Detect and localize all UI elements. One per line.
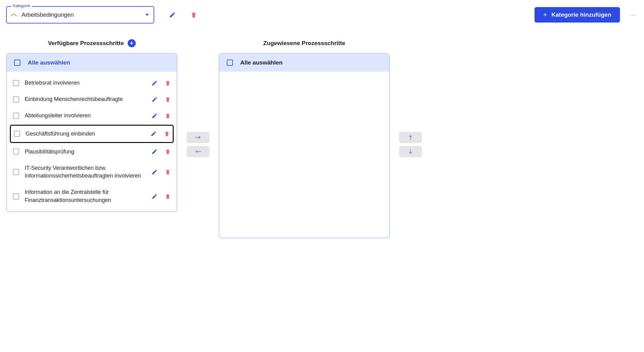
delete-category-button[interactable]	[191, 11, 197, 18]
item-checkbox[interactable]	[13, 113, 19, 119]
category-dropdown[interactable]: Kategorie Arbeitsbedingungen	[6, 6, 154, 23]
available-panel: Alle auswählen Betriebsrat involvieren E…	[6, 53, 177, 212]
plus-icon: +	[543, 11, 547, 18]
available-item[interactable]: Geschäftsführung einbinden	[10, 125, 174, 143]
edit-item-button[interactable]	[151, 113, 158, 119]
delete-item-button[interactable]	[164, 131, 170, 137]
available-item[interactable]: Plausibilitätsprüfung	[7, 144, 177, 160]
add-category-button[interactable]: + Kategorie hinzufügen	[535, 7, 620, 23]
available-item[interactable]: Betriebsrat involvieren	[7, 75, 177, 91]
assigned-title: Zugewiesene Prozessschritte	[263, 40, 345, 47]
item-checkbox[interactable]	[13, 169, 19, 175]
add-category-label: Kategorie hinzufügen	[551, 11, 611, 18]
available-item[interactable]: Information an die Zentralstelle für Fin…	[7, 184, 177, 208]
edit-item-button[interactable]	[151, 169, 158, 175]
category-value: Arbeitsbedingungen	[22, 11, 145, 18]
available-item[interactable]: Einbindung Menschenrechtsbeauftragte	[7, 91, 177, 107]
delete-item-button[interactable]	[165, 113, 171, 119]
edit-item-button[interactable]	[151, 131, 157, 137]
move-right-button[interactable]	[187, 132, 209, 143]
edit-category-button[interactable]	[169, 11, 176, 18]
item-label: Plausibilitätsprüfung	[25, 148, 146, 156]
available-select-all-checkbox[interactable]	[14, 60, 20, 66]
item-checkbox[interactable]	[14, 131, 20, 137]
assigned-select-all-checkbox[interactable]	[227, 60, 233, 66]
available-item[interactable]: IT-Security Verantwortlichen bzw. Inform…	[7, 160, 177, 184]
add-step-button[interactable]: +	[128, 39, 136, 47]
available-select-all-row[interactable]: Alle auswählen	[7, 54, 177, 72]
move-up-button[interactable]	[399, 132, 422, 143]
item-checkbox[interactable]	[13, 96, 19, 103]
delete-item-button[interactable]	[165, 80, 171, 86]
assigned-panel: Alle auswählen	[219, 53, 390, 238]
item-label: Einbindung Menschenrechtsbeauftragte	[25, 95, 146, 103]
more-menu-button[interactable]: ⋮	[627, 10, 638, 19]
dropdown-arrow-icon	[145, 14, 149, 16]
item-label: Betriebsrat involvieren	[25, 79, 146, 87]
category-legend: Kategorie	[11, 3, 32, 8]
item-checkbox[interactable]	[13, 193, 19, 199]
item-label: Geschäftsführung einbinden	[26, 130, 145, 138]
edit-item-button[interactable]	[151, 149, 158, 155]
edit-item-button[interactable]	[151, 193, 158, 199]
item-label: Information an die Zentralstelle für Fin…	[25, 188, 146, 204]
available-title: Verfügbare Prozessschritte	[48, 40, 124, 47]
assigned-select-all-row[interactable]: Alle auswählen	[219, 54, 389, 72]
move-down-button[interactable]	[399, 146, 422, 157]
assigned-select-all-label: Alle auswählen	[240, 59, 283, 66]
delete-item-button[interactable]	[165, 193, 171, 199]
move-left-button[interactable]	[187, 146, 209, 157]
available-select-all-label: Alle auswählen	[28, 59, 70, 66]
delete-item-button[interactable]	[165, 96, 171, 103]
item-label: IT-Security Verantwortlichen bzw. Inform…	[25, 164, 146, 180]
item-checkbox[interactable]	[13, 80, 19, 86]
delete-item-button[interactable]	[165, 169, 171, 175]
item-label: Abteilungsleiter involvieren	[25, 112, 146, 119]
edit-item-button[interactable]	[151, 96, 158, 103]
edit-item-button[interactable]	[151, 80, 158, 86]
item-checkbox[interactable]	[13, 149, 19, 155]
available-item[interactable]: Abteilungsleiter involvieren	[7, 107, 177, 124]
delete-item-button[interactable]	[165, 149, 171, 155]
chevron-up-icon	[11, 13, 17, 16]
